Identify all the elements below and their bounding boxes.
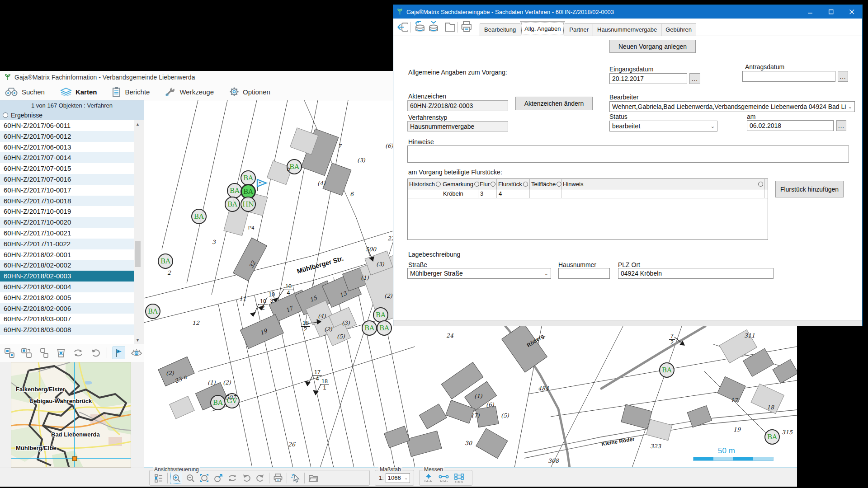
delete-selection-icon[interactable] bbox=[55, 347, 67, 359]
scrollbar-thumb[interactable] bbox=[135, 241, 141, 267]
plz-ort-field[interactable]: 04924 Kröbeln bbox=[618, 268, 774, 279]
eye-visibility-icon[interactable] bbox=[131, 347, 142, 359]
database-load-icon[interactable] bbox=[414, 22, 425, 33]
minimize-button[interactable] bbox=[800, 5, 821, 19]
undo-icon[interactable] bbox=[90, 347, 101, 359]
select-objects-icon[interactable] bbox=[4, 347, 15, 359]
map-marker-ba[interactable]: BA bbox=[227, 183, 242, 198]
list-item[interactable]: 60HN-Z/2017/06-0011 bbox=[0, 120, 134, 131]
flurstuecke-table[interactable]: HistorischGemarkungFlurFlurstückTeilfläc… bbox=[407, 178, 768, 240]
sort-icon[interactable] bbox=[491, 182, 495, 187]
maximize-button[interactable] bbox=[821, 5, 841, 19]
column-header[interactable]: Flur bbox=[478, 179, 497, 189]
info-pointer-icon[interactable] bbox=[290, 473, 301, 483]
sort-icon[interactable] bbox=[436, 182, 441, 187]
new-case-button[interactable]: Neuen Vorgang anlegen bbox=[609, 40, 696, 53]
sort-icon[interactable] bbox=[557, 182, 561, 187]
results-section-header[interactable]: Ergebnisse bbox=[0, 110, 144, 120]
list-item[interactable]: 60HN-Z/2017/10-0017 bbox=[0, 185, 134, 196]
folder-icon[interactable] bbox=[444, 22, 455, 33]
map-marker-ba[interactable]: BA bbox=[764, 429, 780, 445]
zoom-out-icon[interactable] bbox=[185, 473, 196, 483]
list-item[interactable]: 60HN-Z/2017/10-0018 bbox=[0, 196, 134, 206]
menu-item-suchen[interactable]: Suchen bbox=[5, 87, 45, 96]
menu-item-berichte[interactable]: Berichte bbox=[112, 87, 150, 97]
list-item[interactable]: 60HN-Z/2017/07-0014 bbox=[0, 152, 134, 163]
zoom-in-icon[interactable] bbox=[171, 473, 182, 483]
list-item[interactable]: 60HN-Z/2018/02-0006 bbox=[0, 303, 134, 314]
column-header[interactable]: Flurstück bbox=[497, 179, 530, 189]
database-save-icon[interactable] bbox=[427, 22, 438, 33]
tab-hausnummernvergabe[interactable]: Hausnummernvergabe bbox=[593, 23, 661, 36]
close-button[interactable] bbox=[841, 5, 862, 19]
strasse-combo[interactable]: Mühlberger Straße ⌄ bbox=[407, 268, 551, 279]
map-marker-ba[interactable]: BA bbox=[191, 209, 207, 224]
map-marker-ba[interactable]: BA bbox=[362, 320, 377, 336]
menu-item-werkzeuge[interactable]: Werkzeuge bbox=[165, 87, 214, 97]
status-combo[interactable]: bearbeitet ⌄ bbox=[609, 121, 717, 131]
open-folder-icon[interactable] bbox=[308, 473, 319, 483]
tab-bearbeitung[interactable]: Bearbeitung bbox=[480, 23, 520, 36]
legend-icon[interactable] bbox=[153, 473, 164, 483]
change-aktenzeichen-button[interactable]: Aktenzeichen ändern bbox=[515, 97, 593, 110]
column-header[interactable]: Gemarkung bbox=[441, 179, 478, 189]
map-marker-hn[interactable]: HN bbox=[241, 197, 256, 212]
zoom-pan-icon[interactable] bbox=[213, 473, 224, 483]
scroll-down-icon[interactable]: ▼ bbox=[134, 336, 142, 344]
map-marker-ba[interactable]: BA bbox=[377, 320, 392, 336]
list-item[interactable]: 60HN-Z/2018/02-0005 bbox=[0, 292, 134, 303]
list-item[interactable]: 60HN-Z/2018/03-0007 bbox=[0, 314, 134, 324]
map-marker-ba[interactable]: BA bbox=[158, 253, 173, 269]
undo-view-icon[interactable] bbox=[241, 473, 252, 483]
list-item[interactable]: 60HN-Z/2018/02-0004 bbox=[0, 282, 134, 292]
eingangsdatum-picker-button[interactable]: ... bbox=[689, 73, 700, 84]
move-selection-icon[interactable] bbox=[21, 347, 33, 359]
refresh-view-icon[interactable] bbox=[227, 473, 238, 483]
sort-icon[interactable] bbox=[758, 182, 763, 187]
print-map-icon[interactable] bbox=[273, 473, 283, 483]
flag-selected-icon[interactable] bbox=[113, 347, 125, 359]
antragsdatum-picker-button[interactable]: ... bbox=[838, 71, 848, 82]
refresh-icon[interactable] bbox=[72, 347, 84, 359]
tab-partner[interactable]: Partner bbox=[565, 23, 593, 36]
add-flurstueck-button[interactable]: Flurstück hinzufügen bbox=[775, 181, 844, 197]
am-picker-button[interactable]: ... bbox=[836, 120, 846, 131]
hausnummer-field[interactable] bbox=[558, 268, 610, 279]
map-marker-ba[interactable]: BA bbox=[145, 304, 160, 319]
list-item[interactable]: 60HN-Z/2018/02-0001 bbox=[0, 249, 134, 260]
map-marker-ba[interactable]: BA bbox=[210, 395, 226, 410]
list-item[interactable]: 60HN-Z/2018/03-0008 bbox=[0, 324, 134, 335]
measure-point-icon[interactable] bbox=[423, 473, 434, 483]
list-item[interactable]: 60HN-Z/2017/07-0015 bbox=[0, 163, 134, 174]
dialog-titlebar[interactable]: Gaja®Matrix Sachdateneingabe - Sachdaten… bbox=[393, 5, 862, 19]
list-item[interactable]: 60HN-Z/2018/02-0003 bbox=[0, 271, 134, 282]
table-row[interactable]: Kröbeln34 bbox=[408, 189, 768, 198]
antragsdatum-field[interactable] bbox=[742, 71, 835, 82]
column-header[interactable]: Teilfläche bbox=[530, 179, 561, 189]
exit-editor-icon[interactable] bbox=[397, 22, 408, 33]
bearbeiter-combo[interactable]: Wehnert,Gabriela,Bad Liebenwerda,Verband… bbox=[609, 101, 855, 112]
list-item[interactable]: 60HN-Z/2017/10-0021 bbox=[0, 228, 134, 239]
list-item[interactable]: 60HN-Z/2017/11-0022 bbox=[0, 239, 134, 249]
redo-view-icon[interactable] bbox=[255, 473, 266, 483]
print-icon[interactable] bbox=[461, 22, 472, 33]
column-header[interactable]: Historisch bbox=[408, 179, 441, 189]
list-item[interactable]: 60HN-Z/2017/06-0012 bbox=[0, 131, 134, 142]
overview-map[interactable]: Falkenberg/ElsterUebigau-WahrenbrückBad … bbox=[11, 362, 131, 468]
am-field[interactable]: 06.02.2018 bbox=[747, 120, 834, 131]
zoom-rectangle-icon[interactable] bbox=[199, 473, 210, 483]
hinweise-textarea[interactable] bbox=[407, 145, 849, 163]
menu-item-optionen[interactable]: Optionen bbox=[229, 87, 270, 97]
scroll-up-icon[interactable]: ▲ bbox=[134, 120, 142, 128]
list-item[interactable]: 60HN-Z/2017/10-0019 bbox=[0, 206, 134, 217]
list-item[interactable]: 60HN-Z/2017/10-0020 bbox=[0, 217, 134, 228]
case-list-scrollbar[interactable]: ▲ ▼ bbox=[134, 120, 142, 344]
clear-selection-icon[interactable] bbox=[38, 347, 50, 359]
column-header[interactable]: Hinweis bbox=[561, 179, 765, 189]
map-marker-ba[interactable]: BA bbox=[659, 362, 675, 378]
list-item[interactable]: 60HN-Z/2017/06-0013 bbox=[0, 142, 134, 153]
tab-gebuehren[interactable]: Gebühren bbox=[661, 23, 696, 36]
menu-item-karten[interactable]: Karten bbox=[60, 87, 97, 96]
map-marker-ba[interactable]: BA bbox=[225, 197, 240, 212]
list-item[interactable]: 60HN-Z/2017/07-0016 bbox=[0, 174, 134, 185]
